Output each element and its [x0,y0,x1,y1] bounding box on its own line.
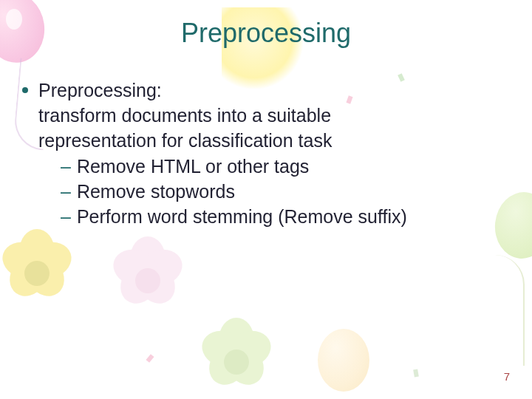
bullet-item: Preprocessing: transform documents into … [22,78,517,230]
slide-title: Preprocessing [0,0,532,56]
dash-icon: – [61,180,71,205]
confetti-icon [413,369,419,378]
page-number: 7 [504,370,510,383]
flower-green-icon [192,318,281,399]
flower-yellow-icon [0,229,81,318]
sub-bullet-text: Remove HTML or other tags [77,154,309,180]
bullet-desc-line: representation for classification task [38,129,517,154]
sub-bullet-item: – Remove HTML or other tags [61,154,517,180]
body-text: Preprocessing: transform documents into … [0,56,532,230]
sub-bullet-item: – Remove stopwords [61,180,517,205]
slide: Preprocessing Preprocessing: transform d… [0,0,532,399]
sub-bullet-text: Remove stopwords [77,180,235,205]
flower-pink-icon [103,236,192,325]
balloon-string-icon [494,255,525,366]
sub-bullet-text: Perform word stemming (Remove suffix) [77,205,407,230]
bullet-icon [22,87,28,93]
bullet-text: Preprocessing: transform documents into … [38,78,517,230]
content-area: Preprocessing Preprocessing: transform d… [0,0,532,230]
sub-bullet-item: – Perform word stemming (Remove suffix) [61,205,517,230]
dash-icon: – [61,154,71,180]
dash-icon: – [61,205,71,230]
balloon-yellow-icon [318,329,369,392]
bullet-lead: Preprocessing: [38,78,517,103]
confetti-icon [146,354,154,363]
bullet-desc-line: transform documents into a suitable [38,103,517,129]
sub-bullet-list: – Remove HTML or other tags – Remove sto… [61,154,517,229]
